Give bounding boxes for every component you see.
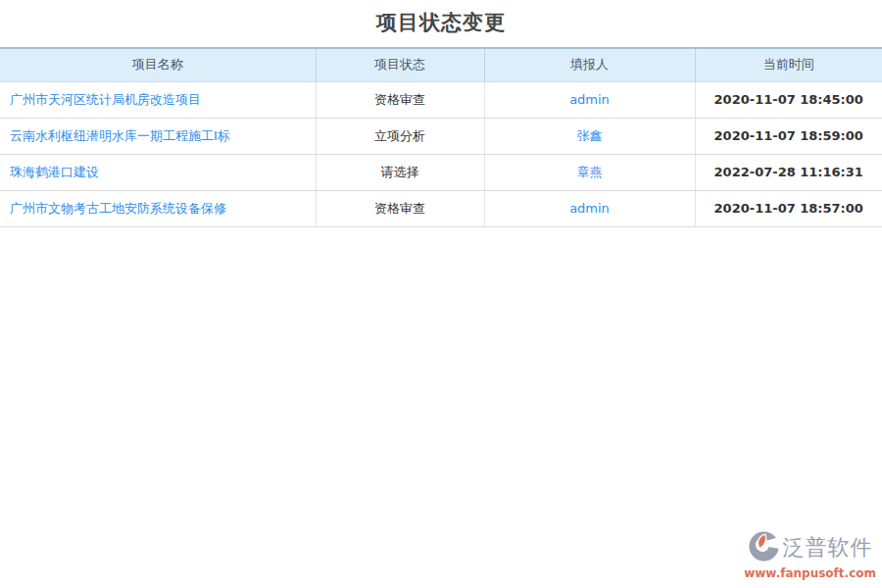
table-row: 广州市天河区统计局机房改造项目 资格审查 admin 2020-11-07 18… bbox=[0, 81, 882, 118]
reporter-link[interactable]: 章燕 bbox=[577, 165, 603, 179]
project-status-cell: 资格审查 bbox=[316, 190, 484, 226]
vendor-watermark[interactable]: 泛普软件 www.fanpusoft.com bbox=[744, 529, 876, 580]
project-name-link[interactable]: 云南水利枢纽潜明水库一期工程施工I标 bbox=[10, 128, 230, 143]
vendor-url: www.fanpusoft.com bbox=[744, 566, 876, 580]
reporter-cell: 章燕 bbox=[484, 154, 695, 190]
table-row: 云南水利枢纽潜明水库一期工程施工I标 立项分析 张鑫 2020-11-07 18… bbox=[0, 118, 882, 154]
project-name-cell: 广州市天河区统计局机房改造项目 bbox=[0, 81, 316, 118]
project-name-link[interactable]: 广州市文物考古工地安防系统设备保修 bbox=[10, 201, 226, 216]
table-row: 珠海鹤港口建设 请选择 章燕 2022-07-28 11:16:31 bbox=[0, 154, 882, 190]
vendor-name: 泛普软件 bbox=[783, 533, 873, 563]
project-name-cell: 广州市文物考古工地安防系统设备保修 bbox=[0, 190, 316, 226]
project-name-link[interactable]: 广州市天河区统计局机房改造项目 bbox=[10, 92, 201, 107]
column-header-project-status: 项目状态 bbox=[316, 48, 484, 81]
project-status-cell: 立项分析 bbox=[316, 118, 484, 154]
reporter-cell: admin bbox=[484, 190, 695, 226]
project-name-cell: 云南水利枢纽潜明水库一期工程施工I标 bbox=[0, 118, 316, 154]
reporter-link[interactable]: 张鑫 bbox=[577, 128, 603, 143]
column-header-reporter: 填报人 bbox=[484, 48, 695, 81]
table-header-row: 项目名称 项目状态 填报人 当前时间 bbox=[0, 48, 882, 81]
page-title: 项目状态变更 bbox=[0, 0, 882, 47]
page: 项目状态变更 项目名称 项目状态 填报人 当前时间 广州市天河区统计局机房改造项… bbox=[0, 0, 882, 588]
fanpu-swirl-icon bbox=[748, 529, 780, 565]
reporter-link[interactable]: admin bbox=[569, 201, 610, 216]
column-header-current-time: 当前时间 bbox=[695, 48, 882, 81]
project-status-cell: 资格审查 bbox=[316, 81, 484, 118]
project-status-change-table: 项目名称 项目状态 填报人 当前时间 广州市天河区统计局机房改造项目 资格审查 … bbox=[0, 47, 882, 227]
current-time-cell: 2020-11-07 18:57:00 bbox=[695, 190, 882, 226]
project-status-cell: 请选择 bbox=[316, 154, 484, 190]
current-time-cell: 2022-07-28 11:16:31 bbox=[695, 154, 882, 190]
current-time-cell: 2020-11-07 18:59:00 bbox=[695, 118, 882, 154]
reporter-link[interactable]: admin bbox=[569, 92, 610, 107]
reporter-cell: admin bbox=[484, 81, 695, 118]
column-header-project-name: 项目名称 bbox=[0, 48, 316, 81]
current-time-cell: 2020-11-07 18:45:00 bbox=[695, 81, 882, 118]
project-name-cell: 珠海鹤港口建设 bbox=[0, 154, 316, 190]
reporter-cell: 张鑫 bbox=[484, 118, 695, 154]
table-row: 广州市文物考古工地安防系统设备保修 资格审查 admin 2020-11-07 … bbox=[0, 190, 882, 226]
project-name-link[interactable]: 珠海鹤港口建设 bbox=[10, 165, 99, 179]
